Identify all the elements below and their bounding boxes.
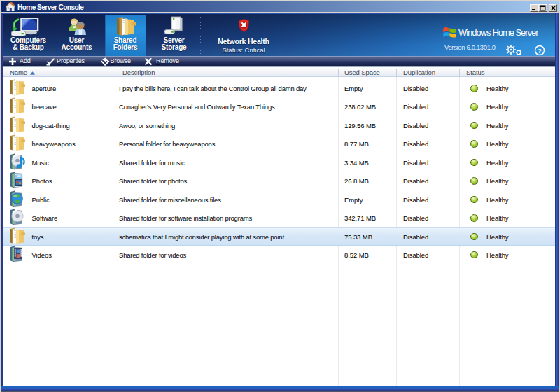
svg-text:?: ?	[538, 48, 542, 55]
